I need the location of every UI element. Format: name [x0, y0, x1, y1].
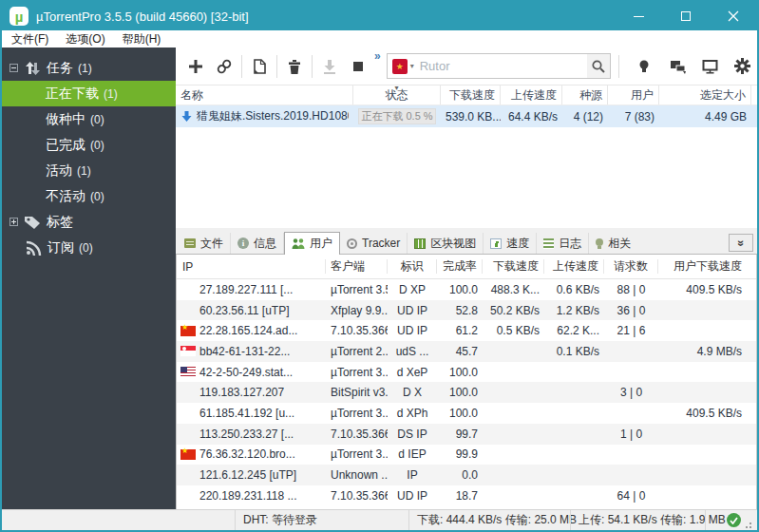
sidebar-item-label: 活动: [46, 162, 72, 180]
sidebar-item-inactive[interactable]: 不活动 (0): [2, 183, 176, 209]
tab-peers[interactable]: 用户: [284, 232, 340, 255]
close-button[interactable]: [710, 2, 757, 30]
search-box[interactable]: ★ ▾ Rutor: [387, 53, 611, 79]
network-ok-check-icon: [727, 513, 741, 527]
sidebar: 任务 (1) 正在下载 (1) 做种中 (0) 已完成 (0) 活动 (1) 不…: [2, 48, 176, 509]
column-header-down-speed[interactable]: 下载速度: [483, 259, 544, 274]
collapse-detail-button[interactable]: »: [729, 234, 753, 252]
tab-files[interactable]: 文件: [178, 233, 231, 254]
add-link-button[interactable]: [210, 53, 238, 80]
peer-row[interactable]: 27.189.227.111 [... µTorrent 3.5D XP 100…: [177, 279, 756, 300]
peer-row[interactable]: 76.36.32.120.bro... µTorrent 3....d IEP …: [177, 445, 756, 466]
close-icon: [728, 10, 739, 22]
sidebar-item-label: 订阅: [47, 239, 74, 256]
column-header-client[interactable]: 客户端: [326, 259, 388, 274]
peer-row[interactable]: 220.189.231.118 ... 7.10.35.366UD IP 18.…: [177, 485, 756, 506]
tab-related[interactable]: 相关: [589, 233, 637, 254]
sidebar-item-count: (1): [104, 87, 118, 101]
column-header-up-speed[interactable]: 上传速度: [544, 259, 604, 274]
sidebar-item-active[interactable]: 活动 (1): [2, 158, 176, 183]
column-header-reqs[interactable]: 请求数: [604, 259, 658, 274]
flag-usa-icon: [180, 367, 196, 377]
torrent-peers: 7 (83): [608, 110, 659, 124]
sidebar-item-labels[interactable]: 标签: [2, 209, 176, 235]
create-torrent-button[interactable]: [245, 53, 274, 80]
chevron-down-icon[interactable]: ▾: [410, 62, 414, 70]
logger-icon: [543, 238, 554, 249]
tab-info[interactable]: i信息: [231, 233, 284, 254]
stop-button[interactable]: [344, 53, 372, 80]
sidebar-item-count: (0): [79, 241, 93, 255]
monitor-icon: [701, 58, 719, 75]
start-button[interactable]: [315, 53, 344, 80]
column-header-peer-dl[interactable]: 用户下载速度: [658, 259, 747, 274]
minimize-button[interactable]: [615, 2, 662, 30]
sidebar-item-downloading[interactable]: 正在下载 (1): [2, 81, 176, 106]
settings-button[interactable]: [729, 53, 757, 80]
peers-panel: IP 客户端 标识 完成率 下载速度 上传速度 请求数 用户下载速度 27.18…: [176, 255, 757, 509]
column-header-done[interactable]: 完成率: [437, 259, 483, 274]
rss-icon: [25, 240, 42, 256]
menu-options[interactable]: 选项(O): [66, 31, 104, 48]
column-header-name[interactable]: 名称: [176, 86, 353, 104]
peer-row[interactable]: 61.185.41.192 [u... µTorrent 3....d XPh …: [177, 403, 756, 424]
sidebar-item-count: (1): [77, 164, 91, 178]
sidebar-item-count: (0): [90, 190, 104, 203]
remote-devices-button[interactable]: [696, 53, 725, 80]
sidebar-item-completed[interactable]: 已完成 (0): [2, 132, 176, 158]
menu-help[interactable]: 帮助(H): [123, 31, 161, 48]
column-header-flags[interactable]: 标识: [388, 259, 437, 274]
maximize-button[interactable]: [662, 2, 710, 30]
link-icon: [216, 58, 233, 75]
help-hints-button[interactable]: [630, 53, 658, 80]
search-engine-rutor-icon[interactable]: ★: [392, 59, 408, 74]
peers-header: IP 客户端 标识 完成率 下载速度 上传速度 请求数 用户下载速度: [177, 255, 756, 279]
tab-trackers[interactable]: Tracker: [340, 233, 408, 254]
trash-icon: [286, 58, 303, 75]
column-header-peers[interactable]: 用户: [608, 86, 659, 104]
column-header-down-speed[interactable]: 下载速度: [441, 86, 501, 104]
add-torrent-button[interactable]: [181, 53, 210, 80]
peer-row[interactable]: 119.183.127.207 BitSpirit v3....D X 100.…: [177, 382, 756, 403]
peer-row[interactable]: 42-2-50-249.stat... µTorrent 3....d XeP …: [177, 362, 756, 383]
tab-logger[interactable]: 日志: [537, 233, 589, 254]
tracker-icon: [347, 238, 357, 249]
chat-button[interactable]: [664, 53, 693, 80]
toolbar-separator: [276, 55, 277, 78]
collapse-box-icon[interactable]: [9, 64, 18, 72]
column-header-up-speed[interactable]: 上传速度: [501, 86, 562, 104]
toolbar-overflow-chevron-icon[interactable]: »: [374, 49, 381, 63]
sidebar-item-label: 标签: [47, 214, 73, 231]
search-input[interactable]: Rutor: [420, 59, 587, 73]
tab-pieces[interactable]: 区块视图: [408, 233, 484, 254]
toolbar: » ★ ▾ Rutor: [176, 48, 757, 86]
torrent-row[interactable]: 猎鬼姐妹.Sisters.2019.HD1080P.X... 正在下载 0.5 …: [176, 105, 757, 127]
search-button[interactable]: [587, 54, 610, 78]
column-header-size[interactable]: 选定大小: [659, 86, 751, 104]
remove-button[interactable]: [280, 53, 309, 80]
tab-speed[interactable]: 速度: [484, 233, 537, 254]
maximize-icon: [681, 11, 691, 21]
menu-file[interactable]: 文件(F): [11, 31, 48, 48]
resize-grip[interactable]: [741, 518, 752, 529]
sort-caret-icon: ▾: [394, 84, 398, 92]
sidebar-item-seeding[interactable]: 做种中 (0): [2, 106, 176, 132]
sidebar-item-label: 已完成: [46, 137, 85, 154]
sidebar-item-feeds[interactable]: 订阅 (0): [2, 235, 176, 260]
column-header-status[interactable]: ▾ 状态: [353, 86, 441, 104]
peer-row[interactable]: 22.28.165.124.ad... 7.10.35.366UD IP 61.…: [177, 320, 756, 341]
sidebar-item-label: 做种中: [46, 111, 85, 128]
progress-bar: 正在下载 0.5 %: [358, 108, 436, 124]
toolbar-separator: [618, 55, 619, 78]
peer-row[interactable]: 113.250.233.27 [... 7.10.35.366DS IP 99.…: [177, 424, 756, 445]
sidebar-item-label: 正在下载: [46, 86, 99, 103]
peer-row[interactable]: bb42-61-131-22... µTorrent 2....udS ... …: [177, 341, 756, 362]
expand-box-icon[interactable]: [9, 218, 18, 226]
column-header-seeds[interactable]: 种源: [562, 86, 608, 104]
toolbar-separator: [312, 55, 313, 78]
peer-row[interactable]: 121.6.12.245 [uTP] Unknown ...IP 0.0: [177, 465, 756, 485]
peer-row[interactable]: 60.23.56.11 [uTP] Xfplay 9.9....UD IP 52…: [177, 300, 756, 321]
column-header-ip[interactable]: IP: [177, 259, 326, 274]
stop-icon: [350, 58, 367, 75]
sidebar-item-tasks[interactable]: 任务 (1): [2, 55, 176, 81]
